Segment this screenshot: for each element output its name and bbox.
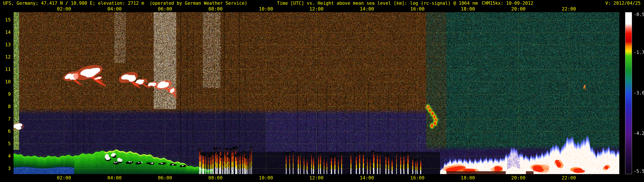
y-tick-12: 3 [0, 166, 11, 171]
y-tick-8: 7 [0, 116, 11, 122]
y-tick-2: 13 [0, 42, 11, 47]
x-tick-bottom-7: 16:00 [410, 175, 424, 181]
x-tick-bottom-9: 20:00 [511, 175, 526, 181]
x-tick-bottom-4: 10:00 [259, 175, 273, 181]
colorbar-tick-1: -1.75 [634, 50, 644, 55]
x-tick-top-1: 04:00 [107, 6, 122, 11]
colorbar-tick-3: -4.25 [634, 131, 644, 136]
x-tick-bottom-3: 08:00 [208, 175, 222, 181]
x-tick-top-3: 08:00 [208, 6, 222, 11]
y-tick-0: 15 [0, 17, 11, 22]
x-tick-top-9: 20:00 [511, 6, 526, 11]
x-axis-bottom: 02:0004:0006:0008:0010:0012:0014:0016:00… [0, 175, 644, 181]
x-tick-top-6: 14:00 [360, 6, 374, 11]
y-tick-5: 10 [0, 79, 11, 84]
x-tick-bottom-8: 18:00 [461, 175, 475, 181]
x-tick-bottom-5: 12:00 [309, 175, 324, 181]
ceilometer-quicklook-screen: UFS, Germany; 47.417 N / 10.980 E; eleva… [0, 0, 644, 182]
x-tick-bottom-0: 02:00 [57, 175, 71, 181]
colorbar-tick-2: -3.00 [634, 90, 644, 95]
plot-title: Time [UTC] vs. Height above mean sea lev… [277, 1, 478, 6]
x-tick-top-8: 18:00 [461, 6, 475, 11]
version-text: V: 2012/04/25 [605, 1, 640, 6]
x-tick-bottom-10: 22:00 [562, 175, 576, 181]
y-tick-4: 11 [0, 67, 11, 72]
instrument-date-text: CHM15kx: 10-09-2012 [482, 1, 533, 6]
x-tick-top-5: 12:00 [309, 6, 324, 11]
x-tick-bottom-2: 06:00 [158, 175, 172, 181]
x-tick-bottom-1: 04:00 [107, 175, 122, 181]
x-axis-top: 02:0004:0006:0008:0010:0012:0014:0016:00… [0, 6, 644, 12]
x-tick-top-10: 22:00 [562, 6, 576, 11]
x-tick-top-4: 10:00 [259, 6, 273, 11]
y-tick-6: 9 [0, 91, 11, 97]
colorbar-tick-4: -5.50 [634, 169, 644, 174]
colorbar-tick-0: -0.50 [634, 12, 644, 17]
y-tick-11: 4 [0, 153, 11, 159]
y-tick-3: 12 [0, 54, 11, 60]
y-tick-7: 8 [0, 104, 11, 109]
y-axis-left: 1514131211109876543 [0, 0, 12, 182]
y-tick-1: 14 [0, 30, 11, 35]
x-tick-bottom-6: 14:00 [360, 175, 374, 181]
x-tick-top-2: 06:00 [158, 6, 172, 11]
x-tick-top-7: 16:00 [410, 6, 424, 11]
station-info-text: UFS, Germany; 47.417 N / 10.980 E; eleva… [3, 1, 247, 6]
y-tick-10: 5 [0, 141, 11, 146]
backscatter-heatmap [14, 12, 619, 174]
y-tick-9: 6 [0, 128, 11, 134]
x-tick-top-0: 02:00 [57, 6, 71, 11]
colorbar [625, 12, 632, 174]
